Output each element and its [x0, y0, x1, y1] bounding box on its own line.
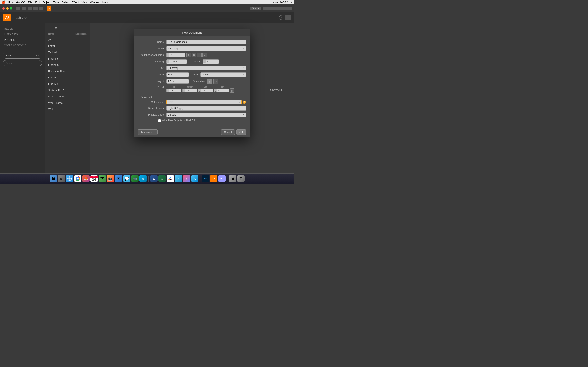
dock-ai-icon[interactable]: Ai	[210, 175, 217, 182]
dock-firefox-icon[interactable]: 🦊	[82, 175, 90, 182]
dock-pp-icon[interactable]: Pp	[218, 175, 226, 182]
dock-numbers-icon[interactable]: Σ	[175, 175, 182, 182]
dock-calendar-icon[interactable]: JUN 14	[90, 175, 98, 182]
wc-btn-3[interactable]	[28, 7, 32, 10]
menu-help[interactable]: Help	[103, 1, 108, 4]
dock-messages-icon[interactable]: 💬	[123, 175, 130, 182]
dock-excel-icon[interactable]: X	[158, 175, 166, 182]
align-checkbox[interactable]	[158, 119, 161, 122]
list-item[interactable]: Tabloid	[45, 49, 90, 55]
list-item[interactable]: iPad Air	[45, 75, 90, 81]
width-input[interactable]	[166, 72, 189, 77]
dock-skype-icon[interactable]: S	[139, 175, 147, 182]
columns-up[interactable]: ▲	[203, 60, 206, 62]
bleed-link-button[interactable]: ⛓	[230, 89, 234, 92]
dock-safari-icon[interactable]	[66, 175, 73, 182]
list-item[interactable]: A4	[45, 36, 90, 43]
bleed-top-input[interactable]	[169, 89, 180, 92]
sidebar-mobile-creations[interactable]: MOBILE CREATIONS	[0, 43, 45, 47]
new-button[interactable]: New… ⌘N	[3, 53, 42, 58]
advanced-header[interactable]: ▼ Advanced	[138, 95, 246, 100]
grid-view-button[interactable]: ⊞	[54, 26, 58, 30]
dock-mail-icon[interactable]: ✉	[115, 175, 122, 182]
bleed-top-up[interactable]: ▲	[167, 89, 169, 91]
columns-input[interactable]	[206, 59, 216, 64]
cancel-button[interactable]: Cancel	[221, 129, 234, 135]
dock-trash-icon[interactable]: 🗑	[237, 175, 245, 182]
artboards-up[interactable]: ▲	[167, 53, 169, 55]
list-item[interactable]: iPhone 6 Plus	[45, 68, 90, 75]
dock-finder-icon[interactable]: 🖥	[50, 175, 57, 182]
start-button[interactable]: Start ▾	[250, 7, 261, 10]
landscape-button[interactable]: ▭	[213, 79, 218, 84]
wc-btn-4[interactable]	[34, 7, 38, 10]
bleed-bottom-down[interactable]: ▼	[182, 91, 185, 92]
units-select[interactable]: Inches	[200, 72, 246, 77]
spacing-up[interactable]: ▲	[167, 60, 169, 62]
menu-file[interactable]: File	[28, 1, 32, 4]
bleed-bottom-input[interactable]	[185, 89, 196, 92]
dock-finder2-icon[interactable]: 🖥	[229, 175, 236, 182]
bleed-right-up[interactable]: ▲	[214, 89, 217, 91]
list-item[interactable]: Web - Large	[45, 100, 90, 106]
wc-btn-5[interactable]	[39, 7, 43, 10]
spacing-input[interactable]	[169, 59, 184, 64]
list-item[interactable]: iPhone 5	[45, 55, 90, 62]
list-item[interactable]: iPhone 6	[45, 62, 90, 68]
dock-appstore-icon[interactable]: A	[191, 175, 199, 182]
menu-view[interactable]: View	[82, 1, 87, 4]
height-input[interactable]	[166, 79, 189, 83]
bleed-right-input[interactable]	[217, 89, 227, 92]
sidebar-item-libraries[interactable]: LIBRARIES	[0, 32, 45, 37]
artboard-right-arrow[interactable]: →	[208, 53, 211, 57]
columns-down[interactable]: ▼	[203, 62, 206, 63]
dock-launchpad-icon[interactable]: ⊞	[58, 175, 65, 182]
list-view-button[interactable]: ☰	[48, 26, 52, 30]
menu-object[interactable]: Object	[43, 1, 51, 4]
user-icon[interactable]	[285, 15, 291, 20]
templates-button[interactable]: Templates…	[138, 129, 158, 135]
help-button[interactable]: ?	[279, 15, 283, 20]
name-input[interactable]	[166, 40, 246, 44]
raster-effects-select[interactable]: High (300 ppi)	[166, 106, 246, 110]
ok-button[interactable]: OK	[236, 129, 246, 135]
dock-maps-icon[interactable]: 🗺	[99, 175, 106, 182]
menu-effect[interactable]: Effect	[72, 1, 79, 4]
menu-type[interactable]: Type	[53, 1, 59, 4]
preview-mode-select[interactable]: Default	[166, 113, 246, 117]
list-item[interactable]: Letter	[45, 43, 90, 49]
apple-menu[interactable]: 🍎	[2, 0, 6, 4]
maximize-button[interactable]	[10, 7, 12, 9]
open-button[interactable]: Open… ⌘O	[3, 60, 42, 66]
bleed-bottom-up[interactable]: ▲	[182, 89, 185, 91]
minimize-button[interactable]	[6, 7, 9, 9]
search-input[interactable]	[263, 7, 292, 10]
artboards-down[interactable]: ▼	[167, 55, 169, 57]
dock-word-icon[interactable]: W	[150, 175, 158, 182]
bleed-right-down[interactable]: ▼	[214, 91, 217, 92]
wc-btn-2[interactable]	[22, 7, 26, 10]
bleed-top-down[interactable]: ▼	[167, 91, 169, 92]
artboard-arrange-by-col[interactable]: ↕	[202, 53, 207, 57]
artboard-grid-by-row[interactable]: ⊞	[186, 53, 191, 57]
dock-itunes-icon[interactable]: ♪	[183, 175, 190, 182]
wc-btn-1[interactable]	[16, 7, 20, 10]
bleed-left-input[interactable]	[201, 89, 212, 92]
artboard-grid-by-col[interactable]: ⊟	[192, 53, 196, 57]
dock-ps-icon[interactable]: Ps	[202, 175, 209, 182]
list-item[interactable]: Web	[45, 106, 90, 112]
list-item[interactable]: iPad Mini	[45, 81, 90, 87]
bleed-left-up[interactable]: ▲	[199, 89, 201, 91]
dock-facetime-icon[interactable]: 📹	[131, 175, 139, 182]
artboards-input[interactable]	[169, 53, 182, 57]
dock-drive-icon[interactable]	[167, 175, 174, 182]
size-select[interactable]: [Custom]	[166, 66, 246, 70]
menu-edit[interactable]: Edit	[35, 1, 40, 4]
menu-window[interactable]: Window	[90, 1, 100, 4]
menu-select[interactable]: Select	[62, 1, 69, 4]
dock-photos-icon[interactable]: 📷	[107, 175, 114, 182]
portrait-button[interactable]: ▯	[207, 79, 212, 84]
sidebar-item-recent[interactable]: RECENT	[0, 26, 45, 31]
list-item[interactable]: Web - Commo…	[45, 93, 90, 100]
artboard-arrange-by-row[interactable]: ↔	[197, 53, 201, 57]
